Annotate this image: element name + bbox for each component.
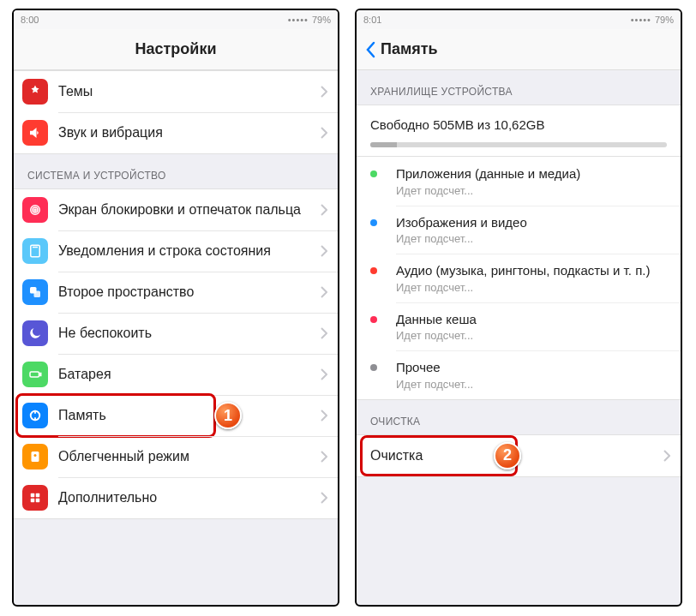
row-label: Батарея [58, 366, 321, 383]
page-title: Настройки [135, 40, 217, 58]
row-notifications[interactable]: Уведомления и строка состояния [14, 230, 338, 272]
category-subtitle: Идет подсчет... [396, 329, 667, 342]
row-label: Облегченный режим [58, 448, 321, 465]
sound-icon [22, 120, 48, 146]
navbar-settings: Настройки [14, 29, 338, 70]
row-label: Память [58, 407, 321, 424]
chevron-right-icon [321, 286, 327, 298]
dot-icon [370, 219, 377, 226]
svg-point-11 [34, 454, 37, 457]
svg-rect-7 [30, 372, 39, 377]
category-subtitle: Идет подсчет... [396, 281, 667, 294]
navbar-storage: Память [357, 29, 681, 70]
storage-bar [370, 142, 667, 147]
status-bar: 8:01 ••••• 79% [357, 10, 681, 29]
themes-icon [22, 79, 48, 105]
row-label: Второе пространство [58, 284, 321, 301]
dot-icon [370, 364, 377, 371]
chevron-right-icon [321, 204, 327, 216]
row-label: Очистка [370, 447, 663, 464]
row-cleanup[interactable]: Очистка 2 [357, 435, 681, 476]
chevron-right-icon [321, 327, 327, 339]
battery-text: 79% [655, 15, 674, 25]
storage-categories: Приложения (данные и медиа) Идет подсчет… [357, 157, 681, 400]
row-sound[interactable]: Звук и вибрация [14, 112, 338, 153]
row-label: Звук и вибрация [58, 124, 321, 141]
storage-icon [22, 403, 48, 428]
settings-group-system: Экран блокировки и отпечаток пальца Увед… [14, 188, 338, 519]
category-title: Изображения и видео [396, 214, 667, 231]
dot-icon [370, 316, 377, 323]
category-title: Данные кеша [396, 311, 667, 328]
svg-rect-12 [31, 493, 35, 498]
category-images[interactable]: Изображения и видео Идет подсчет... [357, 206, 681, 254]
svg-rect-13 [36, 493, 40, 498]
chevron-right-icon [321, 410, 327, 422]
category-subtitle: Идет подсчет... [396, 232, 667, 245]
row-second-space[interactable]: Второе пространство [14, 272, 338, 313]
row-more[interactable]: Дополнительно [14, 477, 338, 518]
row-lite-mode[interactable]: Облегченный режим [14, 436, 338, 477]
row-label: Экран блокировки и отпечаток пальца [58, 201, 321, 218]
row-storage[interactable]: Память 1 [14, 395, 338, 436]
back-button[interactable]: Память [365, 40, 438, 58]
more-icon [22, 485, 48, 511]
svg-rect-14 [31, 499, 35, 503]
signal-icon: ••••• [631, 15, 651, 25]
chevron-right-icon [321, 492, 327, 504]
row-label: Не беспокоить [58, 325, 321, 342]
cleanup-group: Очистка 2 [357, 434, 681, 477]
category-title: Аудио (музыка, рингтоны, подкасты и т. п… [396, 262, 667, 279]
second-space-icon [22, 279, 48, 305]
svg-rect-8 [39, 374, 41, 376]
category-title: Приложения (данные и медиа) [396, 165, 667, 182]
row-dnd[interactable]: Не беспокоить [14, 313, 338, 354]
phone-left: 8:00 ••••• 79% Настройки Темы Звук и виб… [12, 9, 339, 607]
notifications-icon [22, 238, 48, 264]
category-title: Прочее [396, 359, 667, 376]
settings-group-personalize: Темы Звук и вибрация [14, 70, 338, 154]
category-apps[interactable]: Приложения (данные и медиа) Идет подсчет… [357, 157, 681, 206]
battery-text: 79% [312, 15, 331, 25]
page-title: Память [381, 40, 438, 58]
dot-icon [370, 170, 377, 177]
row-label: Темы [58, 83, 321, 100]
row-battery[interactable]: Батарея [14, 354, 338, 395]
status-time: 8:00 [21, 15, 39, 25]
storage-free-text: Свободно 505MB из 10,62GB [370, 117, 667, 132]
svg-point-1 [33, 207, 38, 212]
category-other[interactable]: Прочее Идет подсчет... [357, 350, 681, 399]
row-label: Уведомления и строка состояния [58, 242, 321, 260]
row-lockscreen[interactable]: Экран блокировки и отпечаток пальца [14, 189, 338, 230]
section-header-cleanup: ОЧИСТКА [357, 400, 681, 434]
chevron-right-icon [321, 245, 327, 257]
storage-summary: Свободно 505MB из 10,62GB [357, 105, 681, 157]
storage-bar-fill [370, 142, 397, 147]
row-label: Дополнительно [58, 489, 321, 506]
chevron-right-icon [321, 368, 327, 380]
signal-icon: ••••• [288, 15, 309, 25]
svg-rect-6 [34, 291, 41, 298]
status-time: 8:01 [363, 15, 381, 25]
fingerprint-icon [22, 197, 48, 223]
category-subtitle: Идет подсчет... [396, 378, 667, 391]
category-cache[interactable]: Данные кеша Идет подсчет... [357, 302, 681, 351]
chevron-right-icon [321, 127, 327, 139]
svg-point-2 [34, 209, 36, 211]
dnd-icon [22, 320, 48, 346]
chevron-right-icon [321, 86, 327, 98]
battery-icon [22, 362, 48, 387]
section-header-storage: ХРАНИЛИЩЕ УСТРОЙСТВА [357, 70, 681, 105]
category-audio[interactable]: Аудио (музыка, рингтоны, подкасты и т. п… [357, 254, 681, 302]
section-header-system: СИСТЕМА И УСТРОЙСТВО [14, 154, 338, 188]
category-subtitle: Идет подсчет... [396, 184, 667, 197]
row-themes[interactable]: Темы [14, 71, 338, 112]
phone-right: 8:01 ••••• 79% Память ХРАНИЛИЩЕ УСТРОЙСТ… [355, 9, 682, 607]
chevron-right-icon [663, 450, 670, 462]
dot-icon [370, 267, 377, 274]
svg-rect-15 [36, 499, 40, 503]
status-bar: 8:00 ••••• 79% [14, 10, 338, 29]
lite-mode-icon [22, 444, 48, 469]
chevron-right-icon [321, 451, 327, 463]
